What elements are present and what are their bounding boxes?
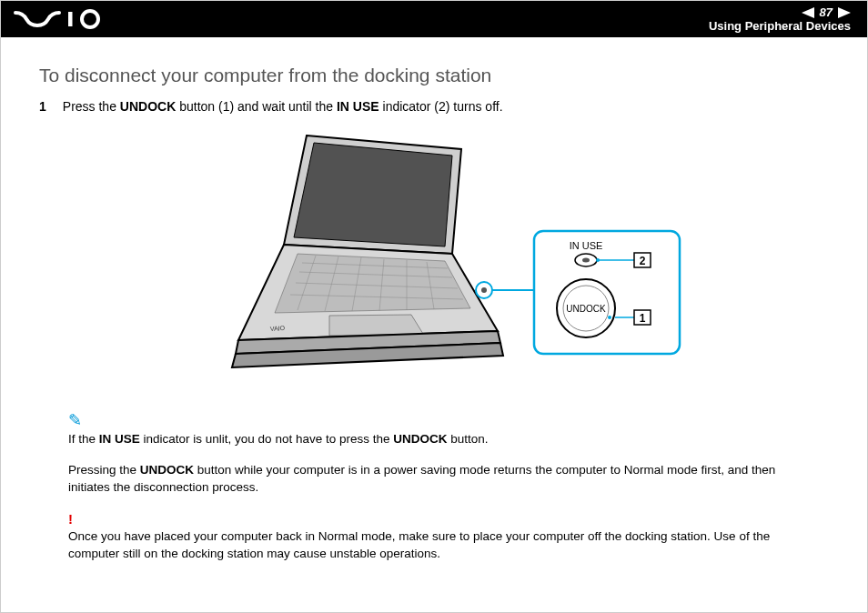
inuse-label: IN USE: [570, 240, 603, 251]
undock-label: UNDOCK: [566, 304, 606, 314]
svg-point-21: [596, 258, 600, 262]
warning-icon: !: [68, 509, 800, 529]
svg-marker-2: [802, 7, 814, 18]
vaio-logo-icon: [14, 9, 114, 29]
figure: VAIO IN USE 2 UNDOCK: [39, 126, 829, 381]
step-text: Press the UNDOCK button (1) and wait unt…: [63, 99, 503, 114]
breadcrumb: Using Peripheral Devices: [709, 19, 851, 33]
step-1: 1 Press the UNDOCK button (1) and wait u…: [39, 99, 829, 114]
svg-marker-3: [838, 7, 851, 18]
note-pencil-icon: ✎: [68, 408, 800, 432]
note-3: Once you have placed your computer back …: [68, 528, 800, 563]
note-1: If the IN USE indicator is unlit, you do…: [68, 430, 800, 448]
header-bar: 87 Using Peripheral Devices: [1, 1, 867, 37]
callout-1: 1: [640, 312, 646, 325]
notes-section: ✎ If the IN USE indicator is unlit, you …: [39, 408, 829, 563]
laptop-icon: VAIO: [232, 136, 503, 367]
header-nav: 87 Using Peripheral Devices: [709, 5, 851, 33]
next-page-arrow-icon[interactable]: [838, 7, 851, 18]
section-title: To disconnect your computer from the doc…: [39, 65, 829, 86]
callout-2: 2: [640, 255, 646, 267]
svg-point-19: [582, 258, 590, 263]
laptop-dock-illustration: VAIO IN USE 2 UNDOCK: [179, 126, 689, 381]
page-number: 87: [820, 5, 833, 19]
prev-page-arrow-icon[interactable]: [802, 7, 814, 18]
svg-point-26: [608, 316, 611, 319]
svg-point-16: [481, 287, 487, 293]
svg-rect-0: [68, 12, 73, 26]
page-content: To disconnect your computer from the doc…: [1, 37, 867, 563]
svg-text:VAIO: VAIO: [270, 325, 286, 332]
step-number: 1: [39, 99, 46, 114]
vaio-logo: [1, 9, 114, 29]
note-2: Pressing the UNDOCK button while your co…: [68, 461, 800, 497]
svg-point-1: [82, 11, 98, 27]
